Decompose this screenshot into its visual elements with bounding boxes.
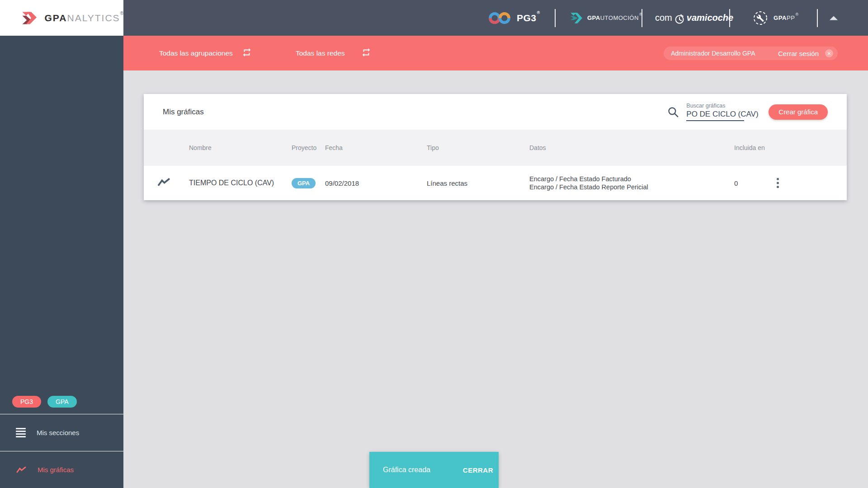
row-actions-menu-button[interactable] [776,177,787,189]
stopwatch-icon [674,14,685,24]
swap-groups-button[interactable] [242,47,252,59]
repeat-icon [242,47,252,57]
sidebar-item-label: Mis secciones [37,429,79,436]
header-divider [642,9,642,27]
sidebar-item-label: Mis gráficas [38,466,74,474]
col-header-nombre: Nombre [189,144,292,151]
row-date: 09/02/2018 [325,179,427,187]
sidebar: PG3 GPA Mis secciones Mis gráficas [0,36,123,488]
menu-icon [16,428,26,437]
comprovamicoche-post: vamicoche [687,13,733,23]
kebab-menu-icon [776,178,779,188]
row-chart-type-cell [144,177,189,189]
row-data-line: Encargo / Fecha Estado Facturado [529,175,734,183]
app-switcher-comprovamicoche[interactable]: com vamicoche [655,13,733,23]
sidebar-item-mis-secciones[interactable]: Mis secciones [0,414,123,451]
gpautomocion-label: GPAUTOMOCIÓN® [587,14,642,21]
gpapp-label: GPAPP® [774,14,799,21]
snackbar-toast: Gráfica creada CERRAR [369,452,499,488]
row-data-line: Encargo / Fecha Estado Reporte Pericial [529,183,734,191]
pg3-label: PG3® [517,13,540,23]
row-name: TIEMPO DE CICLO (CAV) [189,179,292,187]
swap-networks-button[interactable] [361,47,371,59]
project-badge: GPA [292,178,316,188]
app-switcher-gpautomocion[interactable]: GPAUTOMOCIÓN® [570,12,642,24]
toast-close-button[interactable]: CERRAR [463,466,493,474]
card-header: Mis gráficas Buscar gráficas PO DE CICLO… [144,94,847,130]
logout-button[interactable]: Cerrar sesión [778,50,819,57]
toast-message: Gráfica creada [383,466,430,474]
filter-all-groups[interactable]: Todas las agrupaciones [159,49,233,57]
app-switcher-gpapp[interactable]: GPAPP® [753,10,799,26]
repeat-icon [361,47,371,57]
badge-pg3[interactable]: PG3 [12,396,41,408]
filter-bar: Todas las agrupaciones Todas las redes A… [123,36,868,70]
row-data-series: Encargo / Fecha Estado Facturado Encargo… [529,175,734,191]
session-pill: Administrador Desarrollo GPA Cerrar sesi… [664,47,838,60]
comprovamicoche-pre: com [655,13,672,23]
gpa-analytics-arrow-icon [22,9,38,27]
search-icon[interactable] [667,106,679,118]
col-header-tipo: Tipo [427,144,529,151]
col-header-datos: Datos [529,144,734,151]
col-header-proyecto: Proyecto [292,144,325,151]
pg3-infinity-icon [488,10,511,26]
gpapp-wrench-icon [753,10,768,26]
col-header-incluida-en: Incluida en [734,144,776,151]
col-header-fecha: Fecha [325,144,427,151]
my-charts-card: Mis gráficas Buscar gráficas PO DE CICLO… [144,94,847,200]
table-row[interactable]: TIEMPO DE CICLO (CAV) GPA 09/02/2018 Lín… [144,166,847,200]
header-divider [555,9,556,27]
line-chart-icon [157,177,170,188]
search-input-value: PO DE CICLO (CAV) [686,110,744,121]
header-divider [729,9,730,27]
chevron-up-icon [830,16,838,20]
header-divider [817,9,818,27]
gpa-analytics-wordmark: GPANALYTICS® [45,13,123,23]
filter-all-networks[interactable]: Todas las redes [296,49,345,57]
create-chart-button[interactable]: Crear gráfica [769,104,828,120]
gpautomocion-arrow-icon [570,12,583,24]
badge-gpa[interactable]: GPA [47,396,77,408]
app-switcher-pg3[interactable]: PG3® [488,10,540,26]
gpa-analytics-logo[interactable]: GPANALYTICS® [0,0,123,36]
search-input-label: Buscar gráficas [686,103,744,109]
search-input[interactable]: Buscar gráficas PO DE CICLO (CAV) [686,103,744,121]
sidebar-item-mis-graficas[interactable]: Mis gráficas [0,451,123,488]
line-chart-icon [16,466,27,474]
logout-close-icon[interactable]: ✕ [825,49,833,57]
logged-user-name: Administrador Desarrollo GPA [671,50,755,57]
row-included-in: 0 [734,179,776,187]
row-type: Líneas rectas [427,179,529,187]
collapse-header-button[interactable] [830,16,838,20]
table-header-row: Nombre Proyecto Fecha Tipo Datos Incluid… [144,130,847,166]
page-title: Mis gráficas [163,108,204,117]
product-badges: PG3 GPA [0,396,123,408]
app-header: PG3® GPAUTOMOCIÓN® com vamicoche GPAPP® [123,0,868,36]
row-project-cell: GPA [292,178,325,188]
